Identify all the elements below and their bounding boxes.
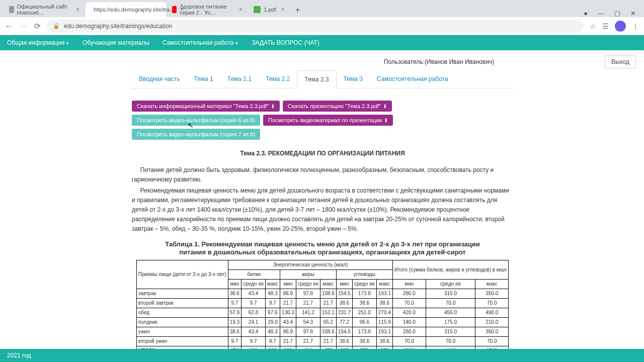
menu-icon[interactable]: ⋮ <box>632 22 639 30</box>
nav-chat[interactable]: ЗАДАТЬ ВОПРОС (ЧАТ) <box>252 39 319 46</box>
nav-general[interactable]: Общая информация▼ <box>7 39 69 46</box>
action-buttons: Скачать информационный материал "Тема 2.… <box>132 88 513 140</box>
record-icon[interactable]: ● <box>584 10 588 17</box>
main-nav: Общая информация▼ Обучающие материалы Са… <box>0 35 644 50</box>
video7-button[interactable]: Посмотреть видео-мультфильм (серия 7 из … <box>132 129 260 140</box>
tab-tema21[interactable]: Тема 2.1 <box>220 70 259 88</box>
lock-icon: 🔒 <box>53 23 60 29</box>
tab-tema22[interactable]: Тема 2.2 <box>259 70 297 88</box>
forward-icon[interactable]: → <box>20 22 27 31</box>
tab-tema23[interactable]: Тема 2.3 <box>297 70 336 88</box>
download-presentation-button[interactable]: Скачать презентацию "Тема 2.3.pdf"⬇ <box>283 101 392 112</box>
tab-selfwork[interactable]: Самостоятельная работа <box>370 70 455 88</box>
minimize-icon[interactable]: — <box>598 10 604 17</box>
article-p1: Питание детей должно быть здоровым, физи… <box>132 165 513 185</box>
browser-tab[interactable]: Официальный сайт Новосиб…× <box>4 2 85 17</box>
close-window-icon[interactable]: ✕ <box>630 10 636 17</box>
new-tab-button[interactable]: + <box>290 3 304 17</box>
nav-selfwork[interactable]: Самостоятельная работа▼ <box>163 39 239 46</box>
close-icon[interactable]: × <box>76 6 79 13</box>
reading-list-icon[interactable]: ☰ <box>602 22 609 30</box>
download-icon: ⬇ <box>271 104 275 109</box>
browser-tab-active[interactable]: https://edu.demography.site/tra…× <box>86 2 166 17</box>
address-bar: ← → ⟳ 🔒 edu.demography.site/trainings/ed… <box>0 17 644 35</box>
download-info-button[interactable]: Скачать информационный материал "Тема 2.… <box>132 101 280 112</box>
tab-intro[interactable]: Вводная часть <box>132 70 187 88</box>
bookmark-icon[interactable]: ☆ <box>590 22 596 30</box>
table1: Приемы пищи (дети от 2-х до 3-х лет)Энер… <box>136 260 509 356</box>
video-presentation-button[interactable]: Посмотреть видеоматериал по презентации⬇ <box>263 115 393 126</box>
article-p2: Рекомендуемая пищевая ценность меню для … <box>132 186 513 234</box>
download-icon: ⬇ <box>383 104 387 109</box>
back-icon[interactable]: ← <box>5 22 13 31</box>
tab-tema3[interactable]: Тема 3 <box>337 70 370 88</box>
user-label: Пользователь:(Иванов Иван Иванович) <box>384 58 494 65</box>
user-bar: Пользователь:(Иванов Иван Иванович) Выхо… <box>0 50 644 70</box>
article-body: Тема 2.3. РЕКОМЕДАЦИИ ПО ОРГАНИЗАЦИИ ПИТ… <box>132 140 513 362</box>
logout-button[interactable]: Выход <box>605 55 636 68</box>
tab-tema1[interactable]: Тема 1 <box>187 70 220 88</box>
url-input[interactable]: 🔒 edu.demography.site/trainings/educatio… <box>47 20 584 33</box>
browser-tab[interactable]: 1.pdf× <box>249 2 289 17</box>
download-icon: ⬇ <box>384 118 388 123</box>
reload-icon[interactable]: ⟳ <box>34 22 41 31</box>
close-icon[interactable]: × <box>239 6 243 13</box>
browser-tab-strip: Официальный сайт Новосиб…× https://edu.d… <box>0 0 644 17</box>
table1-title: Таблица 1. Рекомендуемая пищевая ценност… <box>157 240 488 257</box>
browser-tab[interactable]: Здоровое питание серия 2 - Yo…× <box>167 2 248 17</box>
page-footer: 2021 год <box>0 349 644 362</box>
profile-avatar-icon[interactable] <box>615 21 626 32</box>
nav-materials[interactable]: Обучающие материалы <box>83 39 149 46</box>
article-heading: Тема 2.3. РЕКОМЕДАЦИИ ПО ОРГАНИЗАЦИИ ПИТ… <box>132 149 513 158</box>
topic-tabs: Вводная часть Тема 1 Тема 2.1 Тема 2.2 Т… <box>132 70 513 88</box>
maximize-icon[interactable]: ▢ <box>614 10 620 17</box>
close-icon[interactable]: × <box>281 6 284 13</box>
video6-button[interactable]: Посмотреть видео-мультфильм (серия 6 из … <box>132 115 260 126</box>
